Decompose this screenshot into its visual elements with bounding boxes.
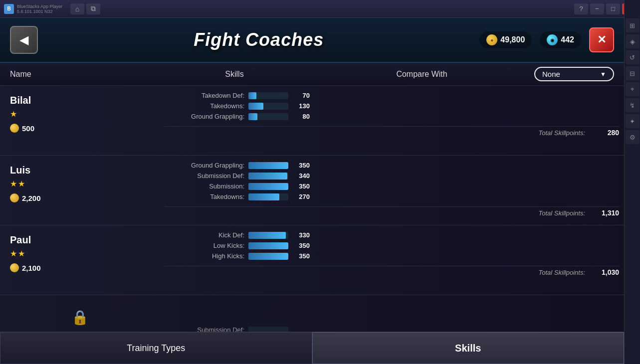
total-value: 1,310 — [589, 209, 619, 217]
skill-bar-fill — [248, 103, 263, 110]
compare-dropdown-selected: None — [542, 70, 560, 78]
skill-bar-fill — [248, 173, 287, 180]
total-label: Total Skillpoints: — [539, 269, 585, 276]
skill-bar-fill — [248, 162, 288, 169]
sidebar-icon-3[interactable]: ↺ — [626, 50, 640, 64]
dropdown-arrow-icon: ▼ — [600, 71, 606, 78]
compare-with-dropdown[interactable]: None ▼ — [534, 67, 614, 81]
back-button[interactable]: ◀ — [10, 26, 38, 54]
tab-training-types[interactable]: Training Types — [0, 332, 312, 364]
skill-value: 350 — [292, 252, 310, 260]
coach-cost-value-bilal: 500 — [22, 124, 34, 133]
skill-bar-fill — [248, 113, 257, 120]
sidebar-icon-6[interactable]: ↯ — [626, 98, 640, 112]
lock-icon: 🔒 — [10, 304, 150, 331]
app-header: ◀ Fight Coaches ● 49,800 ◉ 442 ✕ — [0, 18, 624, 63]
help-button[interactable]: ? — [574, 3, 588, 14]
title-bar: B BlueStacks App Player 5.6.101.1001 N32… — [0, 0, 640, 18]
skill-bar-fill — [248, 92, 256, 99]
cost-coin-icon — [10, 263, 19, 272]
multi-instance-button[interactable]: ⧉ — [86, 3, 100, 14]
gem-icon: ◉ — [547, 34, 558, 45]
sidebar-icon-7[interactable]: ✦ — [626, 114, 640, 128]
coach-info-partial: 🔒 — [0, 295, 160, 332]
skill-value: 350 — [292, 182, 310, 190]
right-sidebar: ⊞ ◈ ↺ ⊟ ⌖ ↯ ✦ ⚙ — [624, 0, 640, 364]
skill-bar — [248, 327, 288, 332]
gems-value: 442 — [561, 35, 574, 44]
skill-label: Kick Def: — [165, 231, 244, 239]
skill-bar-fill — [248, 253, 288, 260]
skill-value: 80 — [292, 113, 310, 120]
tab-skills[interactable]: Skills — [312, 332, 625, 364]
col-header-skills: Skills — [160, 70, 309, 79]
coach-cost-value-paul: 2,100 — [22, 264, 41, 272]
skill-bar-fill — [248, 193, 279, 200]
coach-list: Bilal ★ 500 Takedown Def: 70 — [0, 86, 624, 332]
skill-row: Takedowns: 270 — [165, 193, 619, 200]
minimize-button[interactable]: − — [590, 3, 604, 14]
skill-bar-fill — [248, 232, 286, 239]
skill-bar — [248, 183, 288, 190]
app-logo: B BlueStacks App Player 5.6.101.1001 N32 — [4, 4, 62, 14]
col-header-compare: Compare With — [309, 70, 534, 79]
sidebar-icon-1[interactable]: ⊞ — [626, 18, 640, 32]
skill-value: 350 — [292, 162, 310, 169]
sidebar-icon-5[interactable]: ⌖ — [626, 82, 640, 96]
column-headers: Name Skills Compare With None ▼ — [0, 63, 624, 86]
skill-total-paul: Total Skillpoints: 1,030 — [165, 266, 619, 276]
coach-info-paul: Paul ★ ★ 2,100 — [0, 225, 160, 295]
total-value: 280 — [589, 129, 619, 137]
skill-bar — [248, 173, 288, 180]
skill-label: Takedowns: — [165, 102, 244, 110]
maximize-button[interactable]: □ — [606, 3, 620, 14]
coach-row-paul[interactable]: Paul ★ ★ 2,100 Kick Def: 330 — [0, 225, 624, 295]
coach-cost-value-luis: 2,200 — [22, 194, 41, 202]
coach-row-partial[interactable]: 🔒 Submission Def: — [0, 295, 624, 332]
skill-label: Ground Grappling: — [165, 162, 244, 169]
coach-skills-partial: Submission Def: — [160, 295, 624, 332]
gems-display: ◉ 442 — [540, 31, 581, 48]
skill-value: 70 — [292, 92, 310, 99]
coin-icon: ● — [486, 34, 497, 45]
coach-row-bilal[interactable]: Bilal ★ 500 Takedown Def: 70 — [0, 86, 624, 156]
skill-row: Takedown Def: 70 — [165, 92, 619, 99]
skill-bar — [248, 92, 288, 99]
skill-label: Ground Grappling: — [165, 113, 244, 120]
skill-label: Submission Def: — [165, 172, 244, 180]
total-value: 1,030 — [589, 268, 619, 276]
skill-bar — [248, 232, 288, 239]
sidebar-icon-2[interactable]: ◈ — [626, 34, 640, 48]
skill-bar — [248, 103, 288, 110]
skill-bar — [248, 162, 288, 169]
home-nav-button[interactable]: ⌂ — [70, 3, 84, 14]
coach-stars-paul: ★ ★ — [10, 249, 150, 258]
skill-label: Submission: — [165, 182, 244, 190]
skill-bar — [248, 113, 288, 120]
skill-label: Submission Def: — [165, 326, 244, 332]
skill-label: High Kicks: — [165, 252, 244, 260]
skill-label: Low Kicks: — [165, 242, 244, 249]
sidebar-icon-4[interactable]: ⊟ — [626, 66, 640, 80]
coach-info-bilal: Bilal ★ 500 — [0, 86, 160, 155]
skill-value: 130 — [292, 102, 310, 110]
skill-bar-fill — [248, 242, 288, 249]
coach-skills-bilal: Takedown Def: 70 Takedowns: 130 Ground G… — [160, 86, 624, 155]
col-header-name: Name — [0, 70, 160, 79]
skill-total-bilal: Total Skillpoints: 280 — [165, 126, 619, 137]
skill-value: 350 — [292, 242, 310, 249]
skill-bar — [248, 193, 288, 200]
skill-row: Low Kicks: 350 — [165, 242, 619, 249]
total-label: Total Skillpoints: — [539, 129, 585, 137]
coach-name-bilal: Bilal — [10, 95, 150, 106]
skill-bar — [248, 253, 288, 260]
close-game-button[interactable]: ✕ — [589, 27, 614, 52]
skill-row: Submission Def: — [165, 326, 619, 332]
app-logo-icon: B — [4, 4, 14, 14]
skill-row: Takedowns: 130 — [165, 102, 619, 110]
star-2: ★ — [18, 179, 25, 188]
coach-row-luis[interactable]: Luis ★ ★ 2,200 Ground Grappling: 350 — [0, 156, 624, 225]
star-1: ★ — [10, 109, 17, 119]
sidebar-icon-8[interactable]: ⚙ — [626, 130, 640, 144]
coach-cost-paul: 2,100 — [10, 263, 150, 272]
